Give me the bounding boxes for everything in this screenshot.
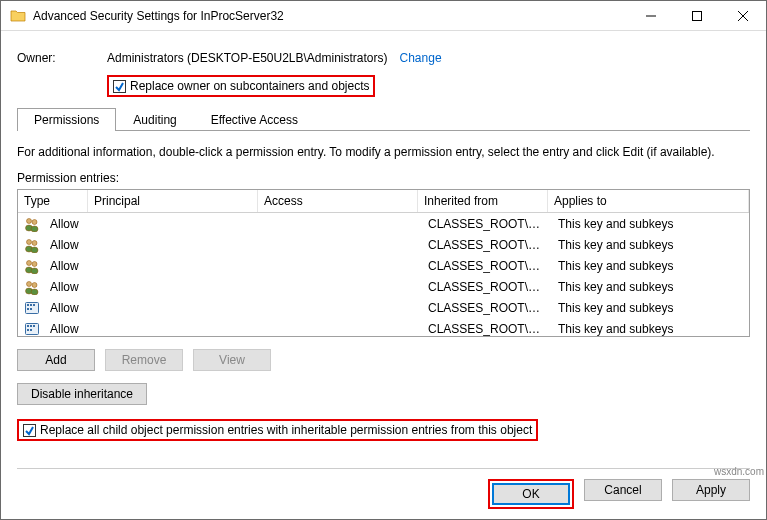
entries-label: Permission entries: [17, 171, 750, 185]
cell-inherited: CLASSES_ROOT\CLSID... [422, 301, 552, 315]
svg-rect-27 [27, 325, 29, 327]
apply-button-label: Apply [696, 483, 726, 497]
table-row[interactable]: AllowCLASSES_ROOT\CLSID...This key and s… [18, 318, 749, 336]
grid-body: AllowCLASSES_ROOT\CLSID...This key and s… [18, 213, 749, 336]
ok-button[interactable]: OK [492, 483, 570, 505]
svg-rect-30 [27, 329, 29, 331]
cancel-button[interactable]: Cancel [584, 479, 662, 501]
users-icon [24, 237, 40, 253]
col-inherited[interactable]: Inherited from [418, 190, 548, 212]
client-area: Owner: Administrators (DESKTOP-E50U2LB\A… [1, 31, 766, 519]
close-button[interactable] [720, 1, 766, 31]
col-principal[interactable]: Principal [88, 190, 258, 212]
change-owner-link[interactable]: Change [400, 51, 442, 65]
svg-point-6 [32, 219, 37, 224]
key-icon [24, 321, 40, 337]
permission-grid: Type Principal Access Inherited from App… [17, 189, 750, 337]
users-icon [24, 279, 40, 295]
tab-effective-access[interactable]: Effective Access [194, 108, 315, 131]
remove-button: Remove [105, 349, 183, 371]
table-row[interactable]: AllowCLASSES_ROOT\CLSID...This key and s… [18, 297, 749, 318]
ok-highlight: OK [488, 479, 574, 509]
tab-auditing-label: Auditing [133, 113, 176, 127]
window: Advanced Security Settings for InProcSer… [0, 0, 767, 520]
view-button: View [193, 349, 271, 371]
cell-inherited: CLASSES_ROOT\CLSID... [422, 322, 552, 336]
col-applies[interactable]: Applies to [548, 190, 749, 212]
cancel-button-label: Cancel [604, 483, 641, 497]
ok-button-label: OK [522, 487, 539, 501]
svg-point-4 [27, 218, 32, 223]
svg-point-15 [31, 268, 38, 274]
cell-type: Allow [44, 322, 92, 336]
svg-point-19 [31, 289, 38, 295]
cell-applies: This key and subkeys [552, 238, 749, 252]
cell-inherited: CLASSES_ROOT\CLSID... [422, 280, 552, 294]
cell-applies: This key and subkeys [552, 301, 749, 315]
svg-rect-28 [30, 325, 32, 327]
users-icon [24, 258, 40, 274]
window-title: Advanced Security Settings for InProcSer… [33, 9, 628, 23]
svg-rect-24 [27, 308, 29, 310]
svg-point-7 [31, 226, 38, 232]
svg-rect-1 [693, 11, 702, 20]
grid-header: Type Principal Access Inherited from App… [18, 190, 749, 213]
cell-applies: This key and subkeys [552, 280, 749, 294]
svg-point-11 [31, 247, 38, 253]
info-text: For additional information, double-click… [17, 145, 750, 159]
cell-applies: This key and subkeys [552, 217, 749, 231]
table-row[interactable]: AllowCLASSES_ROOT\CLSID...This key and s… [18, 255, 749, 276]
add-button[interactable]: Add [17, 349, 95, 371]
cell-inherited: CLASSES_ROOT\CLSID... [422, 217, 552, 231]
col-type[interactable]: Type [18, 190, 88, 212]
svg-rect-29 [33, 325, 35, 327]
cell-inherited: CLASSES_ROOT\CLSID... [422, 238, 552, 252]
replace-owner-row: Replace owner on subcontainers and objec… [107, 75, 750, 97]
apply-button[interactable]: Apply [672, 479, 750, 501]
replace-child-row: Replace all child object permission entr… [17, 419, 750, 441]
remove-button-label: Remove [122, 353, 167, 367]
folder-icon [9, 7, 27, 25]
svg-point-10 [32, 240, 37, 245]
entry-buttons: Add Remove View [17, 349, 750, 371]
svg-point-12 [27, 260, 32, 265]
maximize-button[interactable] [674, 1, 720, 31]
table-row[interactable]: AllowCLASSES_ROOT\CLSID...This key and s… [18, 234, 749, 255]
svg-point-18 [32, 282, 37, 287]
cell-inherited: CLASSES_ROOT\CLSID... [422, 259, 552, 273]
table-row[interactable]: AllowCLASSES_ROOT\CLSID...This key and s… [18, 213, 749, 234]
cell-type: Allow [44, 238, 92, 252]
tab-auditing[interactable]: Auditing [116, 108, 193, 131]
table-row[interactable]: AllowCLASSES_ROOT\CLSID...This key and s… [18, 276, 749, 297]
replace-owner-highlight: Replace owner on subcontainers and objec… [107, 75, 375, 97]
svg-rect-21 [27, 304, 29, 306]
view-button-label: View [219, 353, 245, 367]
disable-inheritance-row: Disable inheritance [17, 383, 750, 405]
footer: OK Cancel Apply [17, 468, 750, 509]
tab-permissions-label: Permissions [34, 113, 99, 127]
tab-permissions[interactable]: Permissions [17, 108, 116, 131]
col-access[interactable]: Access [258, 190, 418, 212]
minimize-button[interactable] [628, 1, 674, 31]
add-button-label: Add [45, 353, 66, 367]
owner-row: Owner: Administrators (DESKTOP-E50U2LB\A… [17, 51, 750, 65]
cell-type: Allow [44, 301, 92, 315]
cell-type: Allow [44, 280, 92, 294]
disable-inheritance-button[interactable]: Disable inheritance [17, 383, 147, 405]
replace-child-highlight: Replace all child object permission entr… [17, 419, 538, 441]
replace-owner-label: Replace owner on subcontainers and objec… [130, 79, 369, 93]
owner-label: Owner: [17, 51, 107, 65]
tabs: Permissions Auditing Effective Access [17, 107, 750, 131]
replace-child-checkbox[interactable] [23, 424, 36, 437]
svg-point-16 [27, 281, 32, 286]
key-icon [24, 300, 40, 316]
cell-type: Allow [44, 217, 92, 231]
svg-rect-23 [33, 304, 35, 306]
replace-child-label: Replace all child object permission entr… [40, 423, 532, 437]
cell-type: Allow [44, 259, 92, 273]
svg-point-14 [32, 261, 37, 266]
owner-value: Administrators (DESKTOP-E50U2LB\Administ… [107, 51, 388, 65]
cell-applies: This key and subkeys [552, 322, 749, 336]
replace-owner-checkbox[interactable] [113, 80, 126, 93]
svg-rect-22 [30, 304, 32, 306]
